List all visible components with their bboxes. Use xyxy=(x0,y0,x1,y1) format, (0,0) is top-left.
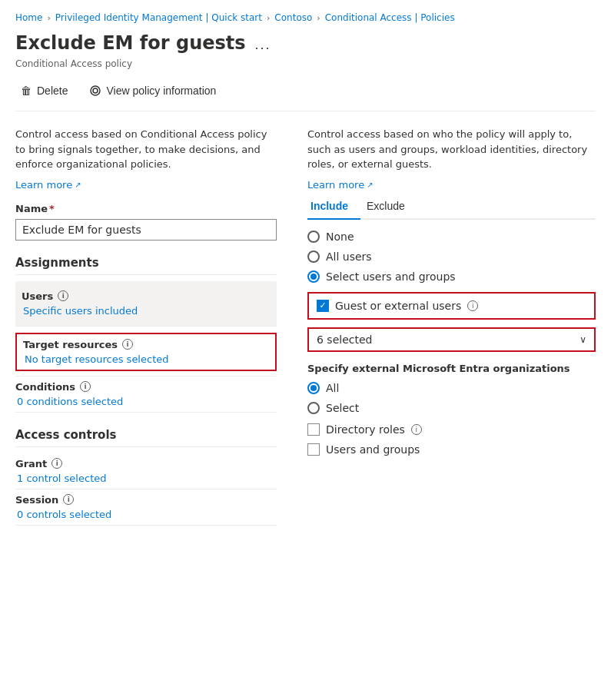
target-resources-item: Target resources i No target resources s… xyxy=(15,327,277,377)
view-policy-button[interactable]: View policy information xyxy=(85,81,221,100)
grant-info-icon[interactable]: i xyxy=(51,458,62,469)
directory-roles-info-icon[interactable]: i xyxy=(411,424,422,435)
name-input[interactable] xyxy=(15,219,277,241)
selected-dropdown[interactable]: 6 selected ∨ xyxy=(307,327,596,352)
users-label: Users xyxy=(22,290,53,302)
radio-select-users-label: Select users and groups xyxy=(326,270,456,283)
grant-item: Grant i 1 control selected xyxy=(15,453,277,489)
view-policy-label: View policy information xyxy=(106,85,216,97)
users-section: Users i Specific users included xyxy=(15,281,277,327)
main-radio-group: None All users Select users and groups xyxy=(307,231,596,283)
radio-none[interactable]: None xyxy=(307,231,596,243)
guest-external-info-icon[interactable]: i xyxy=(467,300,478,311)
conditions-item: Conditions i 0 conditions selected xyxy=(15,377,277,413)
target-resources-box: Target resources i No target resources s… xyxy=(15,333,277,371)
page-title: Exclude EM for guests xyxy=(15,32,246,54)
left-panel: Control access based on Conditional Acce… xyxy=(15,127,277,526)
users-groups-checkbox[interactable] xyxy=(307,443,320,456)
left-learn-more[interactable]: Learn more ↗ xyxy=(15,179,81,191)
guest-external-checkbox-area: ✓ Guest or external users i xyxy=(307,292,596,320)
session-value[interactable]: 0 controls selected xyxy=(17,509,277,520)
radio-select-circle xyxy=(307,402,320,414)
required-indicator: * xyxy=(49,203,55,214)
delete-button[interactable]: 🗑 Delete xyxy=(15,81,72,100)
specify-title: Specify external Microsoft Entra organiz… xyxy=(307,363,596,374)
users-info-icon[interactable]: i xyxy=(58,290,68,301)
conditions-info-icon[interactable]: i xyxy=(80,381,91,392)
users-groups-label: Users and groups xyxy=(326,443,420,456)
external-link-icon-right: ↗ xyxy=(367,181,373,189)
grant-value[interactable]: 1 control selected xyxy=(17,473,277,484)
breadcrumb-pim[interactable]: Privileged Identity Management | Quick s… xyxy=(55,12,262,23)
check-icon: ✓ xyxy=(319,300,326,310)
radio-select-users[interactable]: Select users and groups xyxy=(307,270,596,283)
conditions-label: Conditions xyxy=(15,381,75,393)
right-panel: Control access based on who the policy w… xyxy=(307,127,596,526)
radio-select-label: Select xyxy=(326,402,359,414)
breadcrumb-separator-2: › xyxy=(267,13,270,23)
radio-all-users-label: All users xyxy=(326,250,372,263)
svg-point-1 xyxy=(93,88,98,93)
assignments-title: Assignments xyxy=(15,256,277,275)
directory-roles-item: Directory roles i xyxy=(307,423,596,436)
radio-none-label: None xyxy=(326,231,354,243)
session-item: Session i 0 controls selected xyxy=(15,489,277,526)
ellipsis-button[interactable]: ... xyxy=(252,37,274,53)
page-subtitle: Conditional Access policy xyxy=(15,58,596,69)
breadcrumb-contoso[interactable]: Contoso xyxy=(274,12,312,23)
tabs-container: Include Exclude xyxy=(307,194,596,220)
target-resources-label: Target resources xyxy=(23,339,118,350)
target-resources-info-icon[interactable]: i xyxy=(122,339,133,350)
radio-all-label: All xyxy=(326,382,339,394)
directory-roles-label: Directory roles xyxy=(326,423,405,436)
session-label: Session xyxy=(15,494,58,506)
guest-external-label: Guest or external users xyxy=(335,300,461,312)
external-link-icon-left: ↗ xyxy=(75,181,81,189)
access-controls-title: Access controls xyxy=(15,428,277,447)
tab-include[interactable]: Include xyxy=(307,194,360,218)
radio-all[interactable]: All xyxy=(307,382,596,394)
chevron-down-icon: ∨ xyxy=(579,334,586,345)
delete-icon: 🗑 xyxy=(20,85,32,97)
breadcrumb-home[interactable]: Home xyxy=(15,12,42,23)
breadcrumb-separator-1: › xyxy=(47,13,50,23)
radio-select[interactable]: Select xyxy=(307,402,596,414)
users-groups-item: Users and groups xyxy=(307,443,596,456)
dropdown-value: 6 selected xyxy=(317,333,372,346)
directory-roles-checkbox[interactable] xyxy=(307,423,320,436)
radio-all-circle xyxy=(307,382,320,394)
breadcrumb-separator-3: › xyxy=(317,13,320,23)
conditions-value[interactable]: 0 conditions selected xyxy=(17,396,277,407)
view-icon xyxy=(89,85,101,97)
radio-all-users[interactable]: All users xyxy=(307,250,596,263)
name-field-label: Name* xyxy=(15,203,277,214)
tab-exclude[interactable]: Exclude xyxy=(364,194,417,218)
delete-label: Delete xyxy=(37,85,68,97)
users-value[interactable]: Specific users included xyxy=(23,305,271,317)
target-resources-value[interactable]: No target resources selected xyxy=(25,353,269,365)
entra-radio-group: All Select xyxy=(307,382,596,414)
radio-select-users-circle xyxy=(307,270,320,283)
svg-point-0 xyxy=(91,86,100,95)
radio-none-circle xyxy=(307,231,320,243)
guest-external-checkbox[interactable]: ✓ xyxy=(317,300,329,312)
toolbar: 🗑 Delete View policy information xyxy=(15,81,596,111)
breadcrumb: Home › Privileged Identity Management | … xyxy=(15,12,596,23)
left-description: Control access based on Conditional Acce… xyxy=(15,127,277,172)
session-info-icon[interactable]: i xyxy=(63,494,74,505)
grant-label: Grant xyxy=(15,458,47,469)
main-layout: Control access based on Conditional Acce… xyxy=(15,127,596,526)
right-learn-more[interactable]: Learn more ↗ xyxy=(307,179,374,191)
right-description: Control access based on who the policy w… xyxy=(307,127,596,172)
breadcrumb-ca-policies[interactable]: Conditional Access | Policies xyxy=(325,12,455,23)
radio-all-users-circle xyxy=(307,250,320,263)
